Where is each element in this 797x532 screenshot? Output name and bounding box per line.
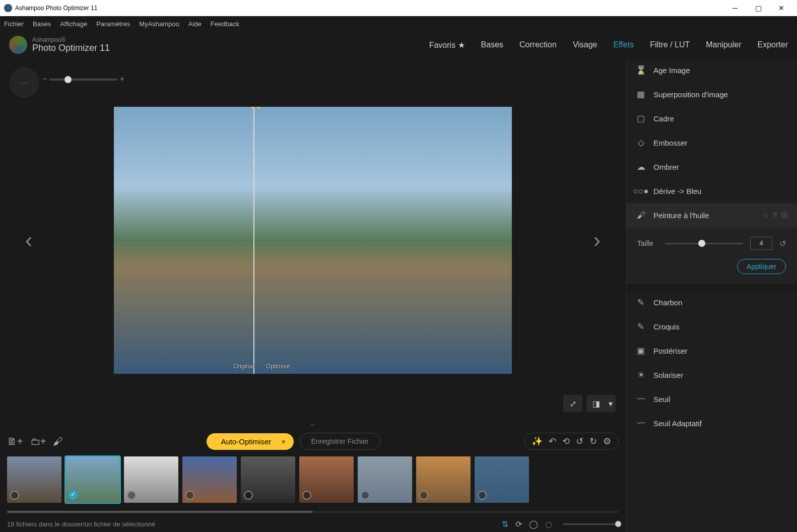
logo-brand: Ashampoo® xyxy=(32,37,110,43)
thumbnail[interactable] xyxy=(124,456,178,503)
effects-sidebar: ⌛Age Image ▦Superposition d'image ▢Cadre… xyxy=(626,58,797,532)
tab-bases[interactable]: Bases xyxy=(481,40,503,50)
fullscreen-button[interactable]: ⤢ xyxy=(563,395,582,412)
menu-item[interactable]: MyAshampoo xyxy=(139,20,179,28)
undo-icon[interactable]: ↶ xyxy=(549,436,556,447)
add-folder-icon[interactable]: 🗀+ xyxy=(30,436,46,447)
effect-frame[interactable]: ▢Cadre xyxy=(626,107,797,131)
menu-item[interactable]: Feedback xyxy=(211,20,239,28)
pencil-icon: ✎ xyxy=(635,297,646,308)
effect-drift-blue[interactable]: ○○●Dérive -> Bleu xyxy=(626,179,797,204)
check-all-icon[interactable]: ◯ xyxy=(529,519,538,529)
maximize-button[interactable]: ▢ xyxy=(747,0,770,16)
thumb-size-slider[interactable] xyxy=(563,523,619,525)
auto-optimize-button[interactable]: Auto-Optimiser xyxy=(207,433,293,450)
effect-overlay-image[interactable]: ▦Superposition d'image xyxy=(626,83,797,107)
rotate-left-icon[interactable]: ↺ xyxy=(576,436,583,447)
uncheck-all-icon[interactable]: ◌ xyxy=(545,519,552,529)
thumbnail[interactable] xyxy=(65,456,120,503)
brush-icon: 🖌 xyxy=(635,210,646,221)
brush-tool-icon[interactable]: 🖌 xyxy=(53,436,63,447)
thumb-checkbox[interactable] xyxy=(69,491,78,500)
undo-all-icon[interactable]: ⟲ xyxy=(562,436,570,447)
help-icon[interactable]: ? xyxy=(773,211,777,220)
save-file-button[interactable]: Enregistrer Fichier xyxy=(300,433,380,450)
thumb-checkbox[interactable] xyxy=(419,491,428,500)
compare-mode-dropdown[interactable]: ▾ xyxy=(606,395,616,412)
effect-age-image[interactable]: ⌛Age Image xyxy=(626,58,797,83)
thumb-checkbox[interactable] xyxy=(302,491,311,500)
tab-favoris[interactable]: Favoris ★ xyxy=(429,40,465,50)
toolbar: 🗎+ 🗀+ 🖌 Auto-Optimiser Enregistrer Fichi… xyxy=(0,429,626,453)
thumbnail[interactable] xyxy=(241,456,295,503)
thumbnail[interactable] xyxy=(416,456,471,503)
prev-photo-button[interactable]: ‹ xyxy=(15,218,42,262)
menu-item[interactable]: Bases xyxy=(33,20,51,28)
tab-effets[interactable]: Effets xyxy=(614,40,634,50)
magic-wand-icon[interactable]: ✨ xyxy=(532,436,543,447)
thumb-checkbox[interactable] xyxy=(185,491,194,500)
tab-filtre[interactable]: Filtre / LUT xyxy=(650,40,690,50)
compare-split-handle[interactable] xyxy=(253,107,254,374)
tab-manipuler[interactable]: Manipuler xyxy=(706,40,741,50)
effect-adaptive-threshold[interactable]: 〰Seuil Adaptatif xyxy=(626,412,797,436)
pan-control[interactable]: ‹ • › xyxy=(9,68,39,98)
effect-charcoal[interactable]: ✎Charbon xyxy=(626,291,797,315)
menubar: Fichier Bases Affichage Paramètres MyAsh… xyxy=(0,16,797,31)
thumbnail[interactable] xyxy=(299,456,354,503)
thumbnail[interactable] xyxy=(358,456,412,503)
cloud-icon: ☁ xyxy=(635,162,646,173)
viewer-area: ‹ • › ‹ Original Optimisé › ⤢ ◨ ▾ ︾ xyxy=(0,58,626,532)
thumb-checkbox[interactable] xyxy=(478,491,487,500)
apply-button[interactable]: Appliquer xyxy=(737,259,786,274)
wave-icon: 〰 xyxy=(635,418,646,429)
thumbnail[interactable] xyxy=(7,456,61,503)
frame-icon: ▢ xyxy=(635,113,646,124)
viewer: ‹ • › ‹ Original Optimisé › ⤢ ◨ ▾ xyxy=(0,58,626,422)
zoom-slider[interactable] xyxy=(49,79,117,81)
effect-solarize[interactable]: ☀Solariser xyxy=(626,363,797,387)
rotate-right-icon[interactable]: ↻ xyxy=(589,436,597,447)
effect-oil-paint[interactable]: 🖌 Peinture à l'huile ☆ ? ⓧ xyxy=(626,204,797,228)
menu-item[interactable]: Paramètres xyxy=(96,20,130,28)
reset-icon[interactable]: ↺ xyxy=(779,239,786,248)
favorite-star-icon[interactable]: ☆ xyxy=(762,211,769,220)
thumb-checkbox[interactable] xyxy=(244,491,253,500)
add-file-icon[interactable]: 🗎+ xyxy=(7,436,23,447)
effect-posterize[interactable]: ▣Postériser xyxy=(626,339,797,363)
close-effect-icon[interactable]: ⓧ xyxy=(781,211,788,220)
effect-sketch[interactable]: ✎Croquis xyxy=(626,315,797,339)
filmstrip-scrollbar[interactable] xyxy=(7,511,619,515)
thumbnail[interactable] xyxy=(182,456,237,503)
photo-preview[interactable]: Original Optimisé xyxy=(114,107,512,374)
taille-slider[interactable] xyxy=(666,243,743,244)
status-text: 19 fichiers dans le dossier/un fichier d… xyxy=(7,520,155,528)
overlay-icon: ▦ xyxy=(635,89,646,100)
app-icon xyxy=(4,4,12,12)
next-photo-button[interactable]: › xyxy=(583,218,611,262)
refresh-icon[interactable]: ⟳ xyxy=(515,519,522,529)
menu-item[interactable]: Fichier xyxy=(4,20,24,28)
taille-value[interactable]: 4 xyxy=(750,237,772,250)
settings-gear-icon[interactable]: ⚙ xyxy=(603,436,611,447)
close-button[interactable]: ✕ xyxy=(770,0,793,16)
compare-mode-button[interactable]: ◨ xyxy=(586,395,606,412)
sort-icon[interactable]: ⇅ xyxy=(502,519,508,529)
menu-item[interactable]: Aide xyxy=(188,20,202,28)
thumb-checkbox[interactable] xyxy=(127,491,136,500)
effect-emboss[interactable]: ◇Embosser xyxy=(626,131,797,155)
tab-visage[interactable]: Visage xyxy=(573,40,597,50)
thumb-checkbox[interactable] xyxy=(10,491,19,500)
thumbnail[interactable] xyxy=(475,456,529,503)
minimize-button[interactable]: ─ xyxy=(723,0,747,16)
menu-item[interactable]: Affichage xyxy=(60,20,87,28)
thumb-checkbox[interactable] xyxy=(361,491,370,500)
dots-icon: ○○● xyxy=(635,186,646,197)
effect-shade[interactable]: ☁Ombrer xyxy=(626,155,797,179)
filmstrip[interactable] xyxy=(0,453,626,510)
effect-threshold[interactable]: 〰Seuil xyxy=(626,387,797,412)
collapse-filmstrip-button[interactable]: ︾ xyxy=(0,422,626,429)
tab-correction[interactable]: Correction xyxy=(519,40,557,50)
header: Ashampoo® Photo Optimizer 11 Favoris ★ B… xyxy=(0,31,797,58)
tab-exporter[interactable]: Exporter xyxy=(758,40,788,50)
